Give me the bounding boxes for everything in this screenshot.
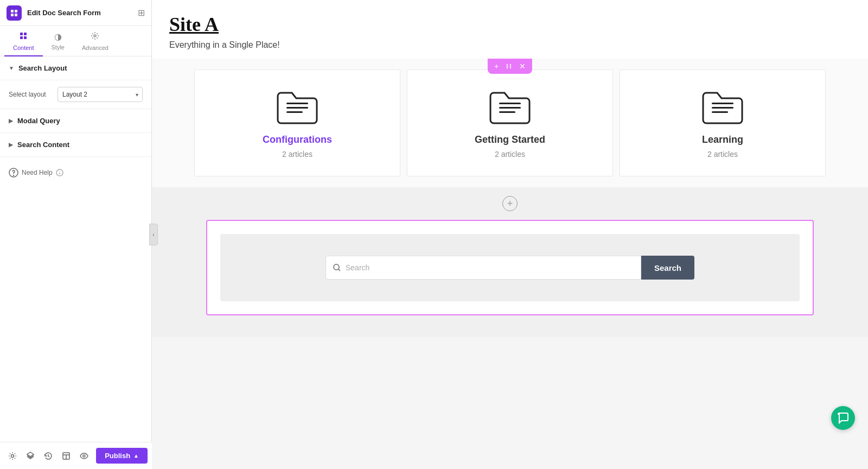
layout-select-row: Select layout Layout 2 Layout 1 Layout 3 (9, 87, 143, 102)
svg-rect-31 (712, 103, 733, 104)
main-content: Site A Everything in a Single Place! + ✕ (152, 0, 868, 469)
svg-rect-5 (24, 33, 27, 35)
svg-rect-32 (712, 107, 733, 109)
widget-drag-button[interactable] (504, 61, 514, 71)
svg-rect-0 (11, 10, 14, 12)
section-search-layout-label: Search Layout (18, 64, 67, 72)
need-help-link[interactable]: Need Help (9, 168, 143, 178)
add-section-area: + (152, 187, 868, 220)
svg-rect-7 (24, 36, 27, 39)
folder-icon-learning (701, 87, 744, 125)
kb-section: + ✕ Configurations 2 (152, 59, 868, 187)
search-form-section: Search Search (206, 220, 814, 315)
section-modal-query[interactable]: ▶ Modal Query (0, 109, 151, 133)
svg-point-24 (510, 67, 511, 68)
svg-rect-4 (20, 33, 23, 35)
widget-toolbar: + ✕ (488, 59, 532, 74)
publish-button[interactable]: Publish ▲ (96, 448, 148, 464)
need-help-area: Need Help (0, 157, 151, 188)
site-header: Site A Everything in a Single Place! (152, 0, 868, 59)
chevron-up-icon: ▲ (133, 453, 139, 459)
search-submit-button[interactable]: Search (641, 256, 694, 280)
folder-icon-getting-started (488, 87, 532, 125)
svg-rect-26 (286, 107, 308, 109)
search-form-inner: Search Search (220, 234, 800, 301)
add-section-button[interactable]: + (502, 196, 518, 211)
svg-rect-28 (499, 103, 521, 104)
tab-style[interactable]: ◑ Style (43, 26, 73, 56)
tab-advanced[interactable]: Advanced (73, 26, 117, 56)
tab-bar: Content ◑ Style Advanced (0, 26, 151, 56)
grid-icon[interactable]: ⊞ (138, 8, 145, 18)
svg-point-18 (83, 455, 85, 457)
select-layout-label: Select layout (9, 91, 52, 98)
svg-rect-33 (712, 111, 728, 113)
chevron-right-icon-2: ▶ (9, 142, 13, 148)
tab-style-label: Style (52, 44, 65, 50)
tab-content-label: Content (13, 45, 34, 51)
history-button[interactable] (40, 447, 56, 465)
chat-icon (837, 412, 849, 424)
svg-rect-27 (286, 111, 303, 113)
tab-advanced-label: Advanced (82, 45, 108, 51)
svg-point-14 (11, 454, 14, 457)
chat-fab-button[interactable] (831, 406, 855, 430)
search-icon (333, 263, 341, 272)
search-input-placeholder: Search (346, 263, 369, 272)
category-card-getting-started[interactable]: Getting Started 2 articles (407, 69, 613, 176)
category-name-getting-started: Getting Started (475, 134, 545, 145)
publish-label: Publish (105, 452, 130, 460)
category-name-learning: Learning (702, 134, 743, 145)
category-name-configurations: Configurations (263, 134, 332, 145)
advanced-icon (91, 31, 99, 42)
sidebar-header: Edit Doc Search Form ⊞ (0, 0, 151, 26)
search-input-wrapper[interactable]: Search (326, 256, 641, 280)
svg-line-35 (339, 269, 341, 271)
svg-rect-2 (11, 14, 14, 16)
widget-add-button[interactable]: + (493, 61, 500, 72)
sidebar: Edit Doc Search Form ⊞ Content ◑ Style (0, 0, 152, 469)
svg-rect-29 (499, 107, 521, 109)
svg-point-23 (507, 67, 508, 68)
svg-rect-1 (15, 10, 17, 12)
need-help-label: Need Help (22, 169, 53, 176)
layers-button[interactable] (22, 447, 38, 465)
content-icon (19, 31, 28, 42)
preview-button[interactable] (76, 447, 92, 465)
folder-icon-configurations (276, 87, 319, 125)
chevron-down-icon: ▼ (9, 65, 14, 71)
svg-rect-6 (20, 36, 23, 39)
tab-content[interactable]: Content (4, 26, 43, 56)
section-search-content[interactable]: ▶ Search Content (0, 133, 151, 157)
chevron-right-icon: ▶ (9, 118, 13, 124)
svg-point-19 (507, 64, 508, 65)
settings-button[interactable] (4, 447, 20, 465)
section-search-layout-body: Select layout Layout 2 Layout 1 Layout 3 (0, 80, 151, 109)
search-bar-container: Search Search (326, 256, 694, 280)
category-articles-learning: 2 articles (707, 150, 738, 159)
svg-point-21 (507, 66, 508, 67)
svg-point-20 (510, 64, 511, 65)
widget-close-button[interactable]: ✕ (518, 61, 527, 72)
style-icon: ◑ (54, 31, 62, 42)
category-card-learning[interactable]: Learning 2 articles (620, 69, 826, 176)
app-icon (7, 5, 22, 21)
section-search-layout[interactable]: ▼ Search Layout (0, 56, 151, 80)
categories-row: Configurations 2 articles Getting Starte… (152, 59, 868, 187)
sidebar-title: Edit Doc Search Form (27, 9, 132, 17)
category-articles-getting-started: 2 articles (495, 150, 525, 159)
help-icon (9, 168, 18, 178)
svg-point-22 (510, 66, 511, 67)
layout-select[interactable]: Layout 2 Layout 1 Layout 3 (58, 87, 143, 102)
sidebar-content: ▼ Search Layout Select layout Layout 2 L… (0, 56, 151, 469)
template-button[interactable] (58, 447, 74, 465)
category-card-configurations[interactable]: Configurations 2 articles (194, 69, 400, 176)
info-icon (56, 169, 63, 176)
section-search-content-label: Search Content (17, 141, 69, 149)
collapse-sidebar-button[interactable]: ‹ (149, 224, 158, 245)
bottom-toolbar: Publish ▲ (0, 442, 152, 469)
search-section-wrapper: Search Search (152, 220, 868, 337)
svg-rect-25 (286, 103, 308, 104)
svg-point-8 (94, 35, 96, 37)
svg-rect-30 (499, 111, 515, 113)
